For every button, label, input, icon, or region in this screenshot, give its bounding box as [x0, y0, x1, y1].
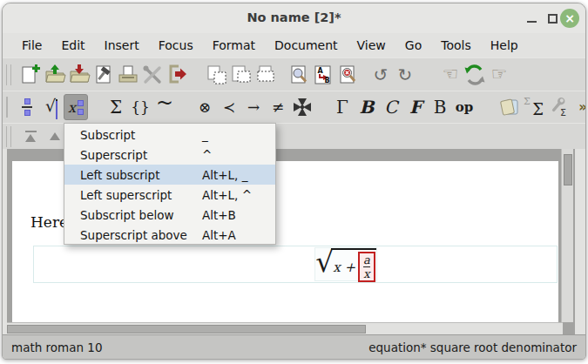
negation-icon[interactable]: ≠ [266, 95, 290, 119]
menu-view[interactable]: View [348, 36, 395, 55]
horizontal-scrollbar[interactable] [7, 322, 563, 334]
blackboard-style-icon[interactable]: B [428, 95, 452, 119]
save-document-icon[interactable] [67, 63, 91, 87]
math-toolbar: √ x Σ {} ~ ⊗ ≺ → ≠ Γ B C F B op Σ [3, 91, 585, 123]
search-icon[interactable] [287, 63, 311, 87]
brackets-icon[interactable]: {} [128, 95, 152, 119]
print-icon[interactable] [116, 63, 140, 87]
main-toolbar: AB ↺ ↻ ☜ ☞ [3, 57, 585, 91]
bold-style-icon[interactable]: B [355, 95, 379, 119]
focused-fraction[interactable]: a x [358, 252, 375, 282]
menu-document[interactable]: Document [265, 36, 348, 55]
menubar: File Edit Insert Focus Format Document V… [3, 33, 585, 57]
vertical-scrollbar-thumb[interactable] [564, 154, 572, 185]
refresh-icon[interactable] [463, 63, 487, 87]
binary-operator-icon[interactable]: ⊗ [193, 95, 217, 119]
binary-relation-icon[interactable]: ≺ [217, 95, 241, 119]
notebook-icon[interactable] [497, 95, 522, 119]
status-context: equation* square root denominator [368, 340, 577, 354]
fraction-icon[interactable] [15, 95, 39, 119]
menu-edit[interactable]: Edit [51, 36, 94, 55]
menu-item-superscript-above[interactable]: Superscript above Alt+A [64, 225, 275, 245]
window-title: No name [2]* [3, 10, 585, 24]
texmacs-window: No name [2]* × File Edit Insert Focus Fo… [2, 3, 586, 360]
big-operator-icon[interactable]: Σ [104, 95, 128, 119]
wide-accent-icon[interactable]: ~ [152, 95, 177, 119]
spellcheck-icon[interactable] [335, 63, 360, 87]
square-root-expression: √ x + a x [315, 246, 376, 282]
menu-file[interactable]: File [12, 36, 51, 55]
build-icon[interactable] [91, 63, 116, 87]
close-icon: × [560, 9, 579, 28]
horizontal-scrollbar-thumb[interactable] [7, 325, 366, 334]
maximize-button[interactable] [548, 3, 558, 33]
close-document-icon[interactable] [165, 63, 189, 87]
calligraphic-style-icon[interactable]: C [379, 95, 403, 119]
preferences-icon[interactable] [140, 63, 165, 87]
operator-icon[interactable]: op [452, 95, 476, 119]
shortcut-label: Alt+L, ^ [202, 188, 265, 202]
minimize-button[interactable] [527, 3, 537, 33]
titlebar[interactable]: No name [2]* × [3, 3, 585, 33]
redo-icon[interactable]: ↻ [393, 63, 417, 87]
equation-focus-box: √ x + a x [314, 247, 377, 281]
maximize-icon [548, 14, 558, 24]
menu-focus[interactable]: Focus [149, 36, 203, 55]
forward-hand-icon[interactable]: ☞ [487, 63, 511, 87]
shortcut-label: Alt+B [202, 208, 265, 222]
cut-icon[interactable] [253, 63, 278, 87]
open-document-icon[interactable] [43, 63, 67, 87]
paste-icon[interactable] [229, 63, 253, 87]
replace-b-letter: B [325, 76, 330, 84]
toolbar-grip[interactable] [6, 64, 11, 85]
menu-item-superscript[interactable]: Superscript ^ [64, 145, 275, 165]
menu-help[interactable]: Help [481, 36, 528, 55]
maltese-cross-icon[interactable] [290, 95, 314, 119]
shortcut-label: ^ [202, 148, 265, 162]
shortcut-label: Alt+L, _ [202, 168, 265, 182]
shortcut-label: _ [202, 128, 265, 142]
toolbar-grip[interactable] [6, 126, 11, 147]
menu-item-subscript-below[interactable]: Subscript below Alt+B [64, 205, 275, 225]
scripts-button-pressed: x [64, 94, 88, 120]
undo-icon[interactable]: ↺ [368, 63, 393, 87]
copy-icon[interactable] [205, 63, 229, 87]
minimize-icon [527, 21, 537, 23]
scripts-dropdown-menu: Subscript _ Superscript ^ Left subscript… [64, 123, 276, 245]
menu-tools[interactable]: Tools [431, 36, 481, 55]
replace-a-letter: A [318, 67, 324, 75]
equation-block[interactable]: √ x + a x [33, 246, 558, 283]
radicand-prefix: x + [333, 260, 355, 275]
toolbar-grip[interactable] [6, 97, 8, 118]
menu-item-subscript[interactable]: Subscript _ [64, 125, 275, 145]
menu-item-left-subscript[interactable]: Left subscript Alt+L, _ [64, 165, 275, 185]
fraction-numerator: a [363, 253, 370, 266]
arrow-icon[interactable]: → [241, 95, 266, 119]
math-tools-icon[interactable]: Σ [546, 95, 571, 119]
greek-letter-icon[interactable]: Γ [330, 95, 355, 119]
status-mode: math roman 10 [11, 340, 103, 354]
menu-insert[interactable]: Insert [95, 36, 149, 55]
paragraph-text: Here [30, 213, 68, 231]
close-button[interactable]: × [560, 3, 579, 33]
scripts-icon[interactable]: x [64, 95, 88, 119]
toolbar-overflow-icon[interactable]: » [571, 95, 586, 119]
jump-to-top-icon[interactable] [18, 125, 43, 149]
menu-item-left-superscript[interactable]: Left superscript Alt+L, ^ [64, 185, 275, 205]
menu-go[interactable]: Go [395, 36, 431, 55]
square-root-icon[interactable]: √ [39, 95, 64, 119]
fraction-denominator: x [363, 266, 370, 280]
back-hand-icon[interactable]: ☜ [438, 63, 463, 87]
fraktur-style-icon[interactable]: F [403, 95, 428, 119]
wrench-sigma-letter: Σ [560, 107, 566, 118]
statusbar: math roman 10 equation* square root deno… [3, 334, 585, 360]
new-document-icon[interactable] [18, 63, 43, 87]
structured-insert-icon[interactable]: ΣΣ [522, 95, 546, 119]
replace-icon[interactable]: AB [311, 63, 335, 87]
vertical-scrollbar[interactable] [561, 149, 573, 322]
menu-format[interactable]: Format [203, 36, 265, 55]
shortcut-label: Alt+A [202, 228, 265, 242]
